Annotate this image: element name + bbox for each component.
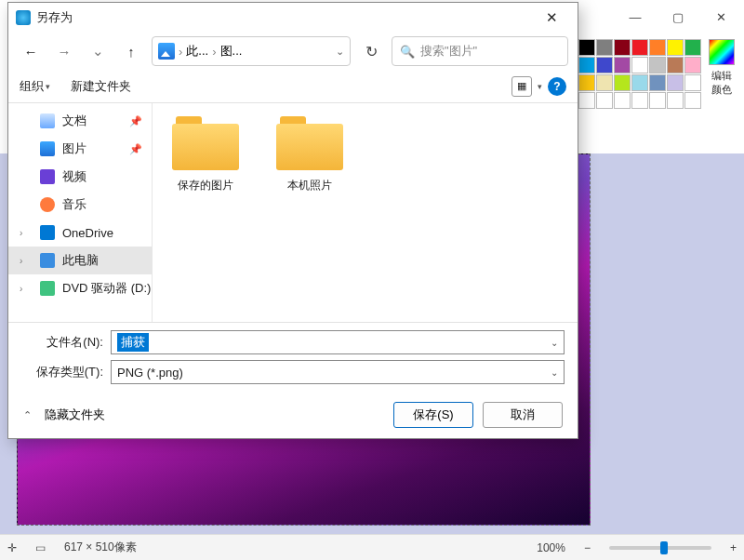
zoom-slider[interactable] [609, 546, 711, 550]
save-as-dialog: 另存为 ✕ ← → ⌄ ↑ › 此... › 图... ⌄ ↻ 🔍 搜索"图片"… [7, 2, 578, 439]
help-button[interactable]: ? [548, 77, 566, 96]
tree-item[interactable]: ›OneDrive [8, 219, 152, 247]
tree-item[interactable]: 图片📌 [8, 135, 152, 163]
cancel-button[interactable]: 取消 [483, 402, 563, 428]
breadcrumb-seg[interactable]: 此... [186, 43, 208, 60]
color-swatch[interactable] [649, 39, 666, 56]
folder-label: 保存的图片 [178, 178, 233, 193]
filename-value: 捕获 [117, 333, 149, 352]
maximize-button[interactable]: ▢ [658, 3, 698, 31]
folder-icon [172, 116, 239, 170]
forward-button[interactable]: → [51, 38, 77, 64]
color-swatch[interactable] [649, 57, 666, 73]
chevron-icon[interactable]: › [20, 256, 22, 266]
save-button[interactable]: 保存(S) [393, 402, 473, 428]
pic-icon [40, 141, 55, 156]
chevron-down-icon[interactable]: ⌄ [85, 38, 111, 64]
up-button[interactable]: ↑ [118, 38, 144, 64]
collapse-icon[interactable]: ⌃ [23, 409, 32, 421]
addr-dropdown-icon[interactable]: ⌄ [336, 46, 344, 58]
view-mode-button[interactable]: ▦ [512, 76, 532, 97]
color-swatch[interactable] [614, 74, 631, 91]
paint-titlebar: — ▢ ✕ [616, 0, 744, 33]
dialog-close-button[interactable]: ✕ [533, 5, 570, 31]
tree-item[interactable]: 音乐 [8, 191, 152, 219]
color-swatch[interactable] [631, 74, 648, 91]
address-bar[interactable]: › 此... › 图... ⌄ [152, 36, 351, 66]
pictures-icon [158, 43, 175, 60]
color-swatch[interactable] [667, 74, 684, 91]
minimize-button[interactable]: — [616, 3, 655, 31]
view-dropdown-icon[interactable]: ▾ [538, 82, 542, 91]
selection-dim-icon: ▭ [35, 541, 46, 554]
filename-label: 文件名(N): [21, 334, 111, 351]
cursor-pos-icon: ✛ [7, 541, 17, 554]
search-icon: 🔍 [400, 45, 415, 59]
chevron-down-icon[interactable]: ⌄ [551, 367, 558, 378]
tree-item[interactable]: ›DVD 驱动器 (D:) [8, 274, 152, 302]
zoom-out-button[interactable]: − [584, 541, 591, 554]
zoom-level: 100% [537, 541, 565, 554]
color-swatch[interactable] [596, 57, 613, 73]
color-swatch[interactable] [596, 74, 613, 91]
tree-item-label: 此电脑 [62, 252, 99, 269]
hide-folders-link[interactable]: 隐藏文件夹 [45, 407, 105, 423]
color-swatch[interactable] [631, 92, 648, 109]
color-swatch[interactable] [649, 74, 666, 91]
folder-label: 本机照片 [287, 178, 332, 193]
search-input[interactable]: 🔍 搜索"图片" [392, 36, 568, 66]
color-swatch[interactable] [614, 39, 631, 56]
color-swatch[interactable] [684, 57, 701, 73]
back-button[interactable]: ← [18, 38, 44, 64]
color-swatch[interactable] [667, 57, 684, 73]
dvd-icon [40, 281, 55, 296]
color-swatch[interactable] [578, 92, 595, 109]
organize-button[interactable]: 组织▾ [20, 78, 50, 95]
chevron-down-icon[interactable]: ⌄ [551, 338, 558, 348]
color-swatch[interactable] [614, 92, 631, 109]
color-swatch[interactable] [578, 39, 595, 56]
mus-icon [40, 197, 55, 212]
color-swatch[interactable] [684, 92, 701, 109]
edit-colors-button[interactable]: 编辑 颜色 [703, 37, 740, 140]
color-swatch[interactable] [578, 57, 595, 73]
filename-input[interactable]: 捕获 ⌄ [111, 330, 565, 354]
folder-item[interactable]: 保存的图片 [162, 116, 249, 193]
color-swatch[interactable] [631, 39, 648, 56]
folder-item[interactable]: 本机照片 [266, 116, 353, 193]
tree-item-label: 文档 [62, 113, 86, 129]
breadcrumb-seg[interactable]: 图... [220, 43, 243, 60]
tree-item[interactable]: 文档📌 [8, 107, 152, 135]
tree-item[interactable]: ›此电脑 [8, 247, 152, 274]
color-swatch[interactable] [667, 39, 684, 56]
app-icon [16, 10, 31, 25]
chevron-icon[interactable]: › [20, 228, 22, 238]
chevron-icon[interactable]: › [20, 284, 22, 294]
filetype-select[interactable]: PNG (*.png) ⌄ [111, 360, 565, 384]
zoom-in-button[interactable]: + [730, 541, 737, 554]
color-swatch[interactable] [578, 74, 595, 91]
tree-item-label: 视频 [62, 168, 86, 185]
dialog-titlebar: 另存为 ✕ [8, 3, 578, 33]
color-swatch[interactable] [614, 57, 631, 73]
color-swatch[interactable] [649, 92, 666, 109]
nav-tree[interactable]: 文档📌图片📌视频音乐›OneDrive›此电脑›DVD 驱动器 (D:) [8, 103, 153, 322]
refresh-button[interactable]: ↻ [358, 38, 384, 64]
color-swatch[interactable] [596, 92, 613, 109]
tree-item[interactable]: 视频 [8, 163, 152, 191]
edit-colors-label: 编辑 [711, 69, 732, 83]
ribbon-colors: 编辑 颜色 [577, 37, 744, 140]
color-swatch[interactable] [684, 39, 701, 56]
new-folder-button[interactable]: 新建文件夹 [71, 78, 131, 95]
rainbow-icon [709, 39, 735, 65]
search-placeholder: 搜索"图片" [420, 43, 477, 60]
color-swatch[interactable] [596, 39, 613, 56]
close-button[interactable]: ✕ [701, 3, 740, 31]
one-icon [40, 225, 55, 240]
color-swatch[interactable] [667, 92, 684, 109]
color-swatch-grid[interactable] [577, 37, 703, 111]
color-swatch[interactable] [631, 57, 648, 73]
file-pane[interactable]: 保存的图片本机照片 [153, 103, 578, 322]
filetype-value: PNG (*.png) [117, 366, 183, 380]
color-swatch[interactable] [684, 74, 701, 91]
